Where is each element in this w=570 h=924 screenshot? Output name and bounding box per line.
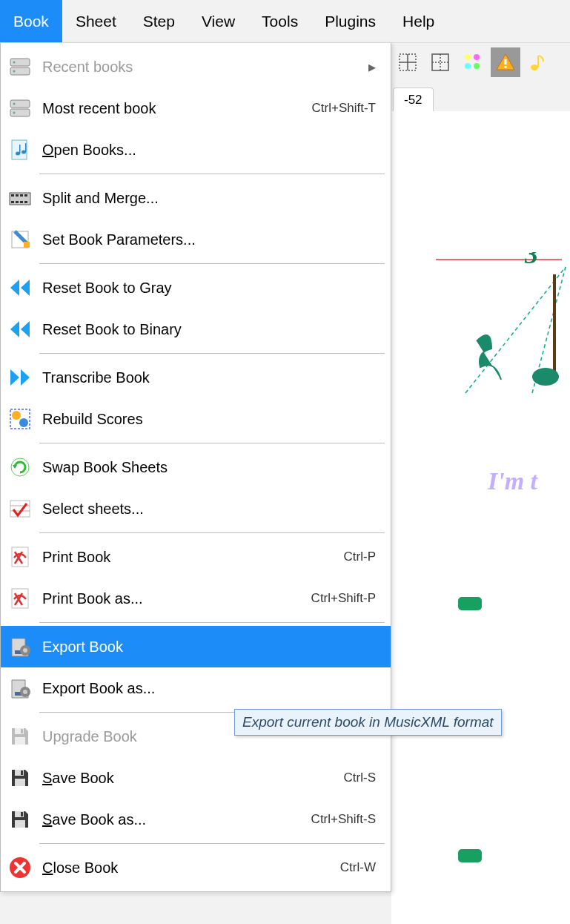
menu-separator (39, 174, 385, 174)
toolbar-palette-icon[interactable] (458, 47, 488, 77)
svg-rect-72 (21, 729, 23, 733)
menu-sheet[interactable]: Sheet (62, 0, 130, 42)
svg-point-69 (23, 690, 27, 694)
sheet-tab-partial[interactable]: -52 (393, 88, 434, 112)
menu-item-save-book[interactable]: Save BookCtrl-S (1, 757, 391, 799)
toolbar-grid2-icon[interactable] (425, 47, 455, 77)
svg-rect-59 (10, 501, 30, 517)
rewind-icon (7, 274, 33, 301)
menu-item-close-book[interactable]: Close BookCtrl-W (1, 847, 391, 888)
menu-item-reset-book-to-gray[interactable]: Reset Book to Gray (1, 267, 391, 308)
svg-marker-52 (10, 369, 19, 386)
menu-item-split-and-merge[interactable]: Split and Merge... (1, 177, 391, 219)
menu-item-label: Save Book as... (42, 811, 311, 828)
svg-point-66 (23, 648, 27, 653)
menu-item-shortcut: Ctrl-P (344, 550, 376, 564)
menu-item-open-books[interactable]: Open Books... (1, 129, 391, 171)
save-icon (7, 765, 33, 791)
svg-text:3: 3 (524, 252, 538, 269)
drive-icon (7, 53, 33, 80)
svg-rect-39 (20, 194, 23, 197)
svg-point-20 (532, 368, 559, 386)
toolbar-note-icon[interactable] (523, 47, 553, 77)
tooltip-export-book: Export current book in MusicXML format (234, 709, 502, 736)
film-icon (7, 185, 33, 211)
menu-separator (39, 532, 385, 533)
menu-item-print-book[interactable]: Print BookCtrl-P (1, 536, 391, 578)
svg-rect-75 (21, 770, 23, 775)
svg-point-56 (19, 418, 28, 427)
menu-separator (39, 353, 385, 354)
menu-item-transcribe-book[interactable]: Transcribe Book (1, 357, 391, 398)
svg-rect-41 (11, 201, 14, 203)
menu-item-label: Export Book as... (42, 680, 385, 697)
menu-tools[interactable]: Tools (248, 0, 311, 42)
svg-marker-53 (21, 369, 30, 386)
menu-item-most-recent-book[interactable]: Most recent bookCtrl+Shift-T (1, 88, 391, 129)
menu-item-select-sheets[interactable]: Select sheets... (1, 488, 391, 529)
svg-rect-44 (24, 201, 27, 203)
svg-rect-14 (537, 56, 539, 67)
svg-marker-51 (21, 321, 30, 337)
menu-item-swap-book-sheets[interactable]: Swap Book Sheets (1, 446, 391, 488)
triplet-marker: 3 (436, 252, 569, 404)
menu-item-label: Print Book as... (42, 590, 311, 607)
menu-item-reset-book-to-binary[interactable]: Reset Book to Binary (1, 308, 391, 350)
menu-step[interactable]: Step (130, 0, 188, 42)
menu-item-export-book[interactable]: Export Book (1, 626, 391, 667)
menu-item-label: Split and Merge... (42, 190, 385, 207)
svg-rect-3 (432, 54, 448, 70)
svg-marker-48 (10, 280, 19, 296)
svg-rect-11 (505, 59, 507, 65)
book-dropdown-menu: Recent books▸Most recent bookCtrl+Shift-… (0, 43, 391, 892)
menu-item-export-book-as[interactable]: Export Book as... (1, 667, 391, 709)
svg-rect-37 (11, 194, 14, 197)
menu-item-label: Swap Book Sheets (42, 459, 385, 476)
svg-point-30 (13, 112, 16, 114)
menu-item-save-book-as[interactable]: Save Book as...Ctrl+Shift-S (1, 799, 391, 840)
svg-point-7 (474, 54, 480, 60)
menu-item-set-book-parameters[interactable]: Set Book Parameters... (1, 219, 391, 260)
svg-rect-43 (20, 201, 23, 203)
close-icon (7, 854, 33, 881)
pdf-icon (7, 544, 33, 570)
note-head-2 (458, 849, 485, 869)
export-icon (7, 675, 33, 702)
rewind-icon (7, 316, 33, 343)
drive-icon (7, 95, 33, 122)
params-icon (7, 226, 33, 253)
menu-item-label: Rebuild Scores (42, 411, 385, 428)
svg-rect-77 (15, 820, 25, 828)
menu-separator (39, 443, 385, 443)
svg-rect-22 (458, 849, 482, 862)
note-head-1 (458, 597, 485, 617)
svg-point-13 (531, 65, 538, 70)
svg-point-25 (13, 62, 16, 64)
menu-item-label: Transcribe Book (42, 369, 385, 386)
menu-item-label: Reset Book to Binary (42, 321, 385, 338)
menu-book[interactable]: Book (0, 0, 62, 42)
toolbar-warning-icon[interactable] (491, 47, 520, 77)
menu-item-print-book-as[interactable]: Print Book as...Ctrl+Shift-P (1, 578, 391, 619)
svg-marker-50 (10, 321, 19, 337)
menu-separator (39, 622, 385, 623)
toolbar-grid1-icon[interactable] (393, 47, 422, 77)
svg-rect-35 (25, 143, 27, 152)
svg-rect-74 (15, 779, 25, 786)
svg-rect-71 (15, 737, 25, 745)
svg-point-9 (474, 63, 480, 69)
menu-item-shortcut: Ctrl-S (344, 770, 376, 785)
menu-help[interactable]: Help (389, 0, 448, 42)
menubar: Book Sheet Step View Tools Plugins Help (0, 0, 570, 43)
menu-view[interactable]: View (188, 0, 248, 42)
svg-rect-42 (16, 201, 19, 203)
book-music-icon (7, 136, 33, 163)
menu-item-label: Close Book (42, 859, 340, 877)
svg-rect-33 (19, 145, 21, 154)
svg-point-55 (12, 411, 21, 420)
menu-item-recent-books: Recent books▸ (1, 46, 391, 88)
submenu-arrow-icon: ▸ (368, 58, 376, 76)
menu-plugins[interactable]: Plugins (311, 0, 389, 42)
menu-item-rebuild-scores[interactable]: Rebuild Scores (1, 398, 391, 440)
select-icon (7, 495, 33, 522)
